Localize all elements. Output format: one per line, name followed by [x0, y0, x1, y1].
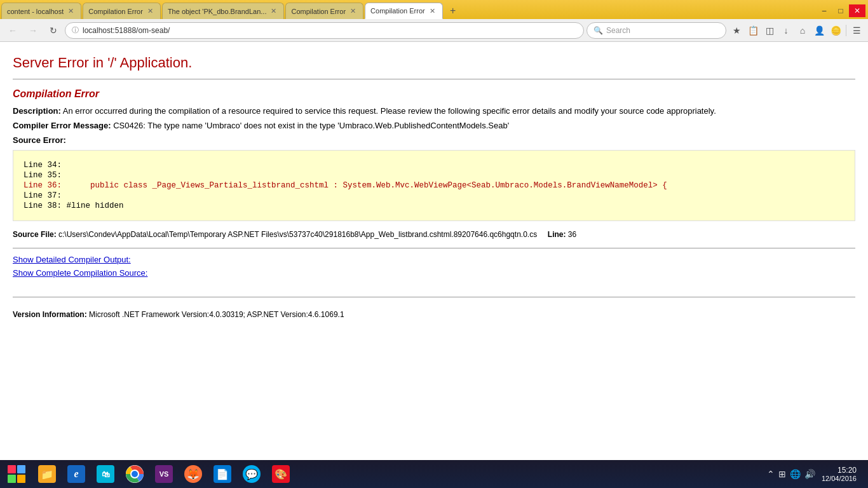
source-line-label: Line:	[548, 230, 566, 239]
tab-4[interactable]: Compilation Error ✕	[285, 3, 363, 19]
tab-2-close[interactable]: ✕	[146, 6, 155, 16]
version-line: Version Information: Microsoft .NET Fram…	[13, 310, 855, 319]
link2-line: Show Complete Compilation Source:	[13, 268, 855, 278]
clock-time: 15:20	[822, 466, 857, 475]
search-icon: 🔍	[593, 26, 603, 35]
search-bar[interactable]: 🔍 Search	[587, 22, 726, 39]
divider-1	[13, 79, 855, 79]
version-label: Version Information:	[13, 310, 87, 319]
source-file-label: Source File:	[13, 230, 57, 239]
search-placeholder: Search	[606, 26, 630, 35]
taskbar-explorer[interactable]: 📁	[33, 462, 61, 486]
back-button[interactable]: ←	[4, 22, 22, 39]
paint-icon: 🎨	[272, 465, 290, 483]
source-error-label: Source Error:	[13, 135, 855, 145]
file-manager-icon: 📄	[214, 465, 231, 483]
tab-3-close[interactable]: ✕	[269, 6, 278, 16]
firefox-icon: 🦊	[184, 465, 202, 483]
error-heading: Compilation Error	[13, 88, 855, 100]
source-line-38: Line 38: #line hidden	[24, 201, 844, 210]
version-text: Microsoft .NET Framework Version:4.0.303…	[89, 310, 344, 319]
source-file-text: c:\Users\Condev\AppData\Local\Temp\Tempo…	[58, 230, 537, 239]
taskbar-firefox[interactable]: 🦊	[179, 462, 207, 486]
divider-2	[13, 248, 855, 248]
clock-date: 12/04/2016	[822, 475, 857, 482]
ie-icon: e	[67, 465, 85, 483]
source-line-34: Line 34:	[24, 161, 844, 170]
taskbar-right: ⌃ ⊞ 🌐 🔊 15:20 12/04/2016	[767, 466, 865, 482]
system-icons: ⌃ ⊞ 🌐 🔊	[767, 469, 815, 479]
source-file-line: Source File: c:\Users\Condev\AppData\Loc…	[13, 230, 855, 239]
taskbar-file[interactable]: 📄	[208, 462, 236, 486]
title-bar: content - localhost ✕ Compilation Error …	[0, 0, 868, 19]
addons-icon[interactable]: 🪙	[828, 23, 843, 38]
pocket-icon[interactable]: ◫	[762, 23, 777, 38]
windows-logo	[8, 465, 25, 483]
nav-icons: ★ 📋 ◫ ↓ ⌂ 👤 🪙 ☰	[729, 23, 864, 38]
download-icon[interactable]: ↓	[778, 23, 794, 38]
lock-icon: ⓘ	[72, 25, 79, 35]
tab-5-active[interactable]: Compilation Error ✕	[365, 3, 443, 19]
link1-line: Show Detailed Compiler Output:	[13, 255, 855, 264]
home-icon[interactable]: ⌂	[795, 23, 810, 38]
language-icon[interactable]: 🌐	[790, 469, 801, 479]
taskbar: 📁 e 🛍 VS	[0, 460, 868, 488]
tab-2[interactable]: Compilation Error ✕	[83, 3, 161, 19]
taskbar-clock[interactable]: 15:20 12/04/2016	[818, 466, 860, 482]
tab-1[interactable]: content - localhost ✕	[1, 3, 81, 19]
page-content: Server Error in '/' Application. Compila…	[0, 42, 868, 460]
profile-icon[interactable]: 👤	[811, 23, 827, 38]
address-text: localhost:51888/om-seab/	[83, 26, 577, 35]
complete-compilation-source-link[interactable]: Show Complete Compilation Source:	[13, 268, 147, 278]
tab-5-close[interactable]: ✕	[428, 6, 437, 16]
nav-bar: ← → ↻ ⓘ localhost:51888/om-seab/ 🔍 Searc…	[0, 19, 868, 42]
browser-window: content - localhost ✕ Compilation Error …	[0, 0, 868, 488]
page-title: Server Error in '/' Application.	[13, 55, 855, 71]
reading-list-icon[interactable]: 📋	[745, 23, 761, 38]
close-button[interactable]: ✕	[849, 4, 865, 17]
start-button[interactable]	[3, 462, 31, 486]
window-controls: – □ ✕	[816, 3, 868, 19]
description-line: Description: An error occurred during th…	[13, 106, 855, 116]
taskbar-store[interactable]: 🛍	[92, 462, 119, 486]
menu-icon[interactable]: ☰	[849, 23, 864, 38]
compiler-error-text: CS0426: The type name 'Umbraco' does not…	[113, 121, 509, 130]
explorer-icon: 📁	[38, 465, 56, 483]
minimize-button[interactable]: –	[816, 4, 832, 17]
source-line-number: 36	[568, 230, 576, 239]
taskbar-vs[interactable]: VS	[150, 462, 178, 486]
taskbar-ie[interactable]: e	[62, 462, 90, 486]
taskbar-chrome[interactable]	[121, 462, 149, 486]
address-bar[interactable]: ⓘ localhost:51888/om-seab/	[65, 22, 584, 39]
taskbar-skype[interactable]: 💬	[238, 462, 266, 486]
source-line-35: Line 35:	[24, 171, 844, 180]
source-line-36: Line 36: public class _Page_Views_Partia…	[24, 181, 844, 190]
vs-icon: VS	[155, 465, 173, 483]
new-tab-button[interactable]: +	[444, 3, 462, 19]
store-icon: 🛍	[97, 465, 114, 483]
chrome-icon	[126, 465, 144, 483]
restore-button[interactable]: □	[832, 4, 849, 17]
source-code-box: Line 34: Line 35: Line 36: public class …	[13, 150, 855, 221]
volume-icon[interactable]: 🔊	[804, 469, 815, 479]
tab-4-close[interactable]: ✕	[348, 6, 358, 16]
svg-point-2	[132, 471, 138, 477]
tab-1-close[interactable]: ✕	[66, 6, 76, 16]
tab-3[interactable]: The object 'PK_dbo.BrandLan... ✕	[162, 3, 285, 19]
reload-button[interactable]: ↻	[44, 22, 62, 39]
compiler-error-line: Compiler Error Message: CS0426: The type…	[13, 121, 855, 130]
skype-icon: 💬	[243, 465, 261, 483]
bookmark-star-icon[interactable]: ★	[729, 23, 744, 38]
taskbar-paint[interactable]: 🎨	[267, 462, 295, 486]
forward-button[interactable]: →	[24, 22, 42, 39]
taskbar-apps: 📁 e 🛍 VS	[33, 462, 295, 486]
source-line-37: Line 37:	[24, 191, 844, 200]
chevron-up-icon[interactable]: ⌃	[767, 469, 775, 479]
nav-separator	[846, 25, 846, 36]
taskbar-windows-icon[interactable]: ⊞	[778, 469, 786, 479]
description-text: An error occurred during the compilation…	[63, 106, 716, 116]
detailed-compiler-output-link[interactable]: Show Detailed Compiler Output:	[13, 255, 131, 264]
description-label: Description:	[13, 106, 61, 116]
compiler-error-label: Compiler Error Message:	[13, 121, 111, 130]
divider-3	[13, 297, 855, 297]
